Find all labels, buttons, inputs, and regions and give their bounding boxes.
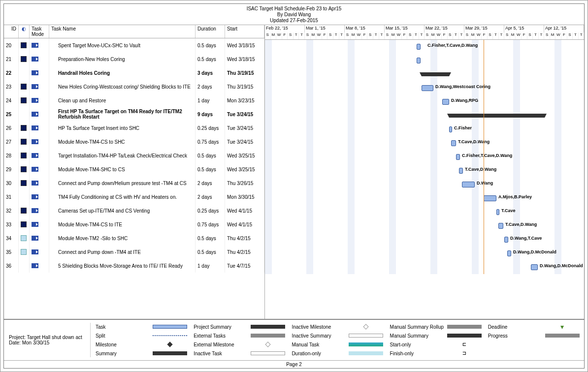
info-cell — [19, 204, 30, 217]
info-cell — [19, 245, 30, 259]
resource-label: D.Wang,D.McDonald — [513, 249, 556, 254]
legend-item: Inactive Milestone — [292, 324, 385, 330]
table-row: 28Target Installation-TM4-HP Ta/Leak Che… — [4, 149, 264, 162]
task-bar — [456, 154, 460, 160]
info-icon — [21, 180, 27, 186]
table-row: 20Spent Target Move-UCx-SHC to Vault0.5 … — [4, 38, 264, 52]
start-cell: Wed 3/18/15 — [225, 38, 264, 52]
id-cell: 24 — [4, 93, 19, 107]
legend-swatch — [167, 341, 172, 347]
col-dur: Duration — [196, 25, 225, 38]
start-cell: Wed 4/1/15 — [225, 204, 264, 217]
start-cell: Thu 3/19/15 — [225, 66, 264, 80]
resource-label: D.Wang — [477, 181, 493, 186]
legend-swatch: ⊐ — [447, 350, 482, 357]
resource-label: T.Cave,D.Wang — [505, 222, 537, 227]
day-label: S — [448, 32, 454, 40]
resource-label: D.Wang,RPG — [451, 98, 478, 103]
legend-swatch — [447, 334, 482, 338]
name-cell: Module Move-TM4-CS to SHC — [49, 135, 196, 149]
legend: Project: Target Hall shut down act Date:… — [4, 319, 584, 360]
gantt-row: C.Fisher,T.Cave,D.Wang — [265, 150, 584, 164]
gantt-row: D.Wang,D.McDonald — [265, 260, 584, 274]
day-label: F — [322, 32, 328, 40]
day-label: F — [362, 32, 368, 40]
name-cell: New Holes Coring-Westcoast coring/ Shiel… — [49, 80, 196, 93]
legend-swatch — [265, 341, 271, 347]
day-label: T — [533, 32, 539, 40]
legend-swatch — [251, 334, 285, 338]
task-mode-icon — [32, 139, 38, 144]
day-label: T — [294, 32, 299, 40]
day-label: W — [356, 32, 362, 40]
start-cell: Wed 3/18/15 — [225, 52, 264, 66]
task-mode-icon — [32, 112, 38, 117]
task-bar — [449, 126, 452, 132]
duration-cell: 0.25 days — [196, 121, 225, 135]
day-label: W — [555, 32, 561, 40]
day-label: S — [305, 32, 311, 40]
id-cell: 22 — [4, 66, 19, 80]
id-cell: 33 — [4, 217, 19, 231]
day-label: M — [311, 32, 317, 40]
id-cell: 32 — [4, 204, 19, 217]
gantt-row: T.Cave — [265, 205, 584, 219]
resource-label: D.Wang,Westcoast Coring — [435, 84, 490, 89]
duration-cell: 0.5 days — [196, 38, 225, 52]
legend-label: Progress — [488, 333, 542, 339]
info-icon — [21, 97, 27, 103]
legend-label: Summary — [96, 351, 150, 356]
task-mode-icon — [32, 98, 38, 103]
day-label: T — [579, 32, 584, 40]
title-block: ISAC Target Hall Schedule-Feb 23 to Apr1… — [4, 4, 584, 25]
day-label: T — [413, 32, 419, 40]
table-row: 25First HP Ta Surface Target on TM4 Read… — [4, 107, 264, 121]
duration-cell: 0.5 days — [196, 162, 225, 176]
gantt-row — [265, 109, 584, 123]
task-mode-icon — [32, 194, 38, 199]
info-cell — [19, 135, 30, 149]
task-bar — [462, 182, 475, 187]
duration-cell: 0.75 days — [196, 135, 225, 149]
legend-item: Milestone — [96, 342, 189, 347]
day-label: T — [499, 32, 505, 40]
day-label: S — [544, 32, 550, 40]
legend-label: Milestone — [96, 342, 150, 347]
id-cell: 36 — [4, 259, 19, 273]
legend-swatch: ⊏ — [447, 341, 482, 348]
legend-item: Progress — [488, 333, 581, 339]
gantt-row: A.Mjos,B.Parley — [265, 191, 584, 205]
task-mode-icon — [32, 249, 38, 254]
duration-cell: 2 days — [196, 176, 225, 190]
duration-cell: 0.75 days — [196, 217, 225, 231]
start-cell: Thu 3/19/15 — [225, 80, 264, 93]
day-label: S — [407, 32, 413, 40]
legend-project-info: Project: Target Hall shut down act Date:… — [7, 323, 91, 357]
week-label: Mar 15, '15 — [385, 25, 425, 32]
col-mode: Task Mode — [30, 25, 49, 38]
task-mode-icon — [32, 70, 38, 75]
legend-label: Project Summary — [194, 324, 248, 330]
mode-cell — [30, 135, 49, 149]
info-icon — [21, 208, 27, 214]
day-label: M — [351, 32, 357, 40]
task-mode-icon — [32, 125, 38, 130]
table-row: 32Cameras Set up-ITE/TM4 and CS Venting0… — [4, 204, 264, 217]
page: ISAC Target Hall Schedule-Feb 23 to Apr1… — [0, 0, 588, 372]
start-cell: Thu 3/26/15 — [225, 176, 264, 190]
mode-cell — [30, 107, 49, 121]
duration-cell: 0.5 days — [196, 245, 225, 259]
info-cell — [19, 217, 30, 231]
info-cell — [19, 80, 30, 93]
task-mode-icon — [32, 167, 38, 172]
resource-label: D.Wang,D.McDonald — [540, 263, 583, 268]
legend-label: Duration-only — [292, 351, 346, 356]
legend-item: Task — [96, 324, 189, 330]
id-cell: 23 — [4, 80, 19, 93]
mode-cell — [30, 80, 49, 93]
task-mode-icon — [32, 208, 38, 213]
gantt-row: D.Wang — [265, 178, 584, 191]
gantt-row: T.Cave,D.Wang — [265, 219, 584, 233]
info-icon — [21, 166, 27, 172]
task-mode-icon — [32, 263, 38, 268]
